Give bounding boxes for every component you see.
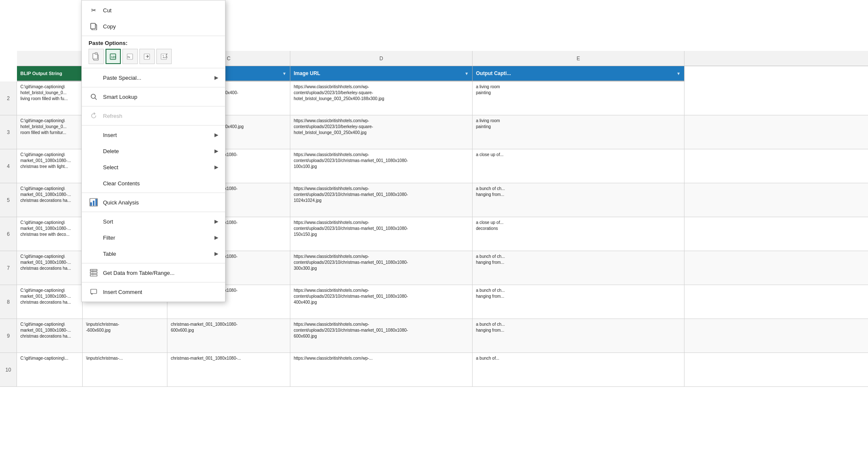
svg-point-12 <box>91 94 95 98</box>
paste-icon-normal[interactable] <box>89 49 104 64</box>
filter-icon-c[interactable]: ▼ <box>282 71 287 76</box>
menu-item-clear-contents-label: Clear Contents <box>103 180 140 187</box>
paste-special-icon <box>89 73 99 83</box>
svg-rect-20 <box>90 274 97 276</box>
separator-4 <box>82 106 225 106</box>
select-icon <box>89 162 99 172</box>
separator-2 <box>82 68 225 68</box>
paste-icon-linked[interactable] <box>156 49 172 64</box>
menu-item-sort[interactable]: Sort ▶ <box>82 213 225 229</box>
menu-item-get-data[interactable]: Get Data from Table/Range... <box>82 265 225 281</box>
menu-item-clear-contents[interactable]: Clear Contents <box>82 175 225 191</box>
menu-item-insert-comment-label: Insert Comment <box>103 289 142 295</box>
menu-item-smart-lookup[interactable]: Smart Lookup <box>82 89 225 105</box>
insert-comment-icon <box>89 287 99 297</box>
quick-analysis-icon <box>89 197 99 207</box>
col-header-d: D <box>290 51 473 66</box>
header-image-url: Image URL ▼ <box>290 66 473 81</box>
insert-arrow: ▶ <box>214 132 218 138</box>
menu-item-refresh-label: Refresh <box>103 113 122 119</box>
paste-icon-values[interactable]: 123 <box>106 49 121 64</box>
menu-item-delete[interactable]: Delete ▶ <box>82 143 225 159</box>
menu-item-sort-label: Sort <box>103 218 113 225</box>
svg-rect-4 <box>95 53 97 54</box>
separator-1 <box>82 36 225 36</box>
menu-item-insert-label: Insert <box>103 132 117 138</box>
svg-rect-16 <box>95 199 97 206</box>
svg-rect-23 <box>91 289 97 294</box>
svg-rect-14 <box>90 202 92 206</box>
menu-item-filter-label: Filter <box>103 235 115 241</box>
cut-icon: ✂ <box>89 5 99 15</box>
menu-item-copy-label: Copy <box>103 23 116 30</box>
separator-5 <box>82 125 225 126</box>
header-output-caption: Output Capti... ▼ <box>473 66 684 81</box>
svg-point-11 <box>163 55 164 56</box>
menu-item-table-label: Table <box>103 251 116 257</box>
refresh-icon <box>89 111 99 121</box>
separator-3 <box>82 87 225 87</box>
table-icon <box>89 249 99 259</box>
row-num-9: 9 <box>0 319 17 353</box>
spreadsheet: B C D E BLIP Output String Image Filenam… <box>0 0 868 453</box>
row-num-5: 5 <box>0 183 17 217</box>
separator-7 <box>82 212 225 212</box>
row-num-4: 4 <box>0 149 17 183</box>
col-header-partial <box>17 51 83 66</box>
separator-8 <box>82 263 225 263</box>
menu-item-table[interactable]: Table ▶ <box>82 246 225 262</box>
table-row: C:\git\image-captioning\market_001_1080x… <box>17 319 868 353</box>
row-num-10: 10 <box>0 353 17 387</box>
menu-item-get-data-label: Get Data from Table/Range... <box>103 270 175 276</box>
separator-6 <box>82 193 225 193</box>
delete-icon <box>89 146 99 156</box>
select-arrow: ▶ <box>214 164 218 170</box>
get-data-icon <box>89 268 99 278</box>
menu-item-insert[interactable]: Insert ▶ <box>82 127 225 143</box>
row-num-6: 6 <box>0 217 17 251</box>
filter-arrow: ▶ <box>214 235 218 240</box>
separator-9 <box>82 282 225 282</box>
row-num-8: 8 <box>0 285 17 319</box>
menu-item-select[interactable]: Select ▶ <box>82 159 225 175</box>
svg-line-13 <box>95 98 97 100</box>
filter-icon-e[interactable]: ▼ <box>676 71 681 76</box>
paste-icons-row: 123 fx <box>89 49 218 64</box>
menu-item-insert-comment[interactable]: Insert Comment <box>82 284 225 300</box>
svg-rect-1 <box>91 23 95 29</box>
menu-item-filter[interactable]: Filter ▶ <box>82 229 225 246</box>
menu-item-delete-label: Delete <box>103 148 119 154</box>
insert-icon <box>89 130 99 140</box>
menu-item-select-label: Select <box>103 164 118 171</box>
menu-item-smart-lookup-label: Smart Lookup <box>103 94 137 100</box>
header-blip-label: BLIP Output String <box>20 71 62 76</box>
menu-item-paste-special[interactable]: Paste Special... ▶ <box>82 70 225 86</box>
delete-arrow: ▶ <box>214 148 218 154</box>
filter-icon-d[interactable]: ▼ <box>465 71 469 76</box>
clear-contents-icon <box>89 178 99 188</box>
paste-icon-transpose[interactable] <box>139 49 155 64</box>
header-blip: BLIP Output String <box>17 66 83 81</box>
svg-rect-15 <box>93 201 95 206</box>
header-output-caption-label: Output Capti... <box>476 70 511 76</box>
paste-special-arrow: ▶ <box>214 75 218 81</box>
menu-item-quick-analysis[interactable]: Quick Analysis <box>82 194 225 210</box>
paste-icon-formulas[interactable]: fx <box>122 49 138 64</box>
menu-item-refresh[interactable]: Refresh <box>82 108 225 124</box>
row-num-2: 2 <box>0 81 17 115</box>
svg-text:123: 123 <box>111 56 116 59</box>
smart-lookup-icon <box>89 92 99 102</box>
table-arrow: ▶ <box>214 251 218 257</box>
svg-text:fx: fx <box>128 55 130 59</box>
menu-item-copy[interactable]: Copy <box>82 18 225 34</box>
filter-icon <box>89 232 99 243</box>
row-num-3: 3 <box>0 115 17 149</box>
paste-options-section: Paste Options: 123 <box>82 37 225 67</box>
table-row: C:\git\image-captioning\... \inputs\chri… <box>17 353 868 387</box>
menu-item-cut-label: Cut <box>103 7 111 14</box>
col-header-e: E <box>473 51 684 66</box>
row-num-7: 7 <box>0 251 17 285</box>
menu-item-cut[interactable]: ✂ Cut <box>82 2 225 18</box>
svg-rect-19 <box>90 272 97 274</box>
menu-item-quick-analysis-label: Quick Analysis <box>103 199 139 206</box>
